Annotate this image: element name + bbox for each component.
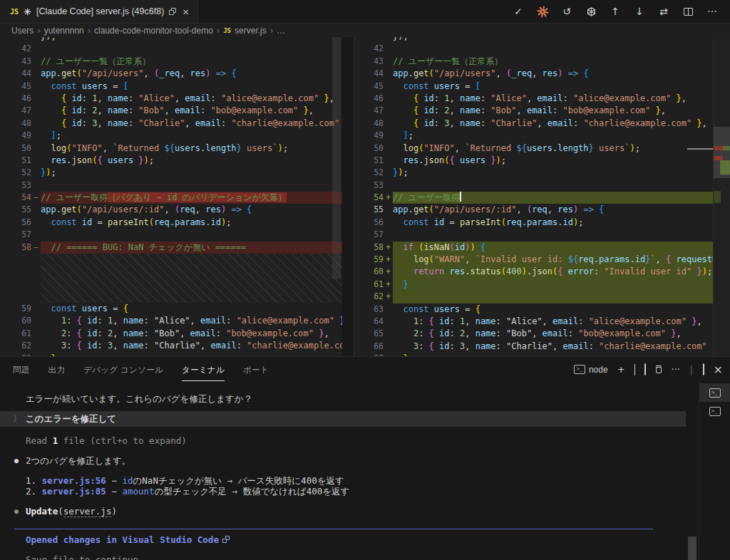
panel-more-button[interactable]: ··· [672, 364, 680, 375]
terminal-gap [0, 427, 686, 435]
code-line: 47 { id: 2, name: "Bob", email: "bob@exa… [0, 105, 342, 117]
arrow-up-icon[interactable]: ↑ [607, 4, 623, 19]
terminal-gap [0, 405, 686, 411]
code-line: 43// ユーザー一覧（正常系） [0, 56, 342, 68]
terminal-list: >_>_ [699, 382, 730, 560]
editor-tab[interactable]: JS [Claude Code] server.js (49c6f8) × [0, 0, 198, 23]
terminal-line: 1. server.js:56 − idのNaNチェックが無い → パース失敗時… [0, 475, 686, 486]
check-icon[interactable]: ✓ [510, 4, 526, 19]
code-line: }); [0, 37, 342, 43]
panel-tab-デバッグ コンソール[interactable]: デバッグ コンソール [83, 358, 163, 381]
terminal-list-item[interactable]: >_ [699, 383, 730, 402]
terminal-output[interactable]: エラーが続いています。これらのバグを修正しますか？〉このエラーを修正してRead… [0, 382, 686, 560]
code-line: 61 2: { id: 2, name: "Bob", email: "bob@… [0, 328, 342, 340]
code-line: 50 log("INFO", `Returned ${users.length}… [0, 142, 342, 155]
minimap-added-mark [720, 160, 730, 175]
code-line: 51 res.json({ users }); [354, 155, 713, 167]
vscode-window: JS [Claude Code] server.js (49c6f8) × ✓↺… [0, 0, 730, 560]
code-line: 53 [354, 180, 713, 192]
breadcrumb-separator: › [217, 25, 220, 36]
breadcrumb-item[interactable]: … [277, 26, 285, 36]
new-terminal-button[interactable]: + [617, 364, 625, 375]
minimap[interactable] [713, 37, 730, 356]
panel-actions: >_ node + ··· | × [574, 363, 723, 376]
code-line: 59 const users = { [0, 303, 342, 315]
split-terminal-button[interactable] [644, 364, 646, 375]
tab-title: [Claude Code] server.js (49c6f8) [36, 6, 164, 16]
diff-pane-divider [342, 37, 354, 356]
claude-burst-icon[interactable] [535, 4, 550, 19]
diff-editor[interactable]: });4243// ユーザー一覧（正常系）44app.get("/api/use… [0, 37, 730, 356]
openai-icon[interactable] [583, 4, 599, 19]
code-line: 60 1: { id: 1, name: "Alice", email: "al… [0, 315, 342, 327]
terminal-scrollbar-thumb[interactable] [688, 536, 696, 560]
arrow-down-icon[interactable]: ↓ [632, 4, 647, 19]
terminal-list-item[interactable]: >_ [699, 402, 730, 420]
diff-filler-row [0, 254, 342, 303]
code-line: }); [354, 37, 713, 43]
tab-close-icon[interactable]: × [182, 6, 189, 17]
active-terminal-label[interactable]: >_ node [574, 365, 608, 375]
panel-tabs: 問題出力デバッグ コンソールターミナルポート [13, 358, 269, 381]
terminal-line: ●Update(server.js) [0, 505, 686, 518]
code-line: 46 { id: 1, name: "Alice", email: "alice… [354, 93, 713, 105]
swap-icon[interactable]: ⇄ [656, 4, 672, 19]
prompt-chevron-icon: 〉 [13, 413, 22, 425]
diff-pane-original[interactable]: });4243// ユーザー一覧（正常系）44app.get("/api/use… [0, 37, 342, 356]
tab-bar: JS [Claude Code] server.js (49c6f8) × ✓↺… [0, 0, 730, 24]
panel-tab-問題[interactable]: 問題 [13, 358, 30, 381]
minimap-added-mark [723, 146, 730, 150]
code-line: 45 const users = [ [354, 81, 713, 93]
code-line: 56 const id = parseInt(req.params.id); [0, 217, 342, 229]
panel-tab-ターミナル[interactable]: ターミナル [182, 358, 225, 381]
open-changes-icon[interactable] [169, 8, 176, 15]
diff-pane-modified[interactable]: });4243// ユーザー一覧（正常系）44app.get("/api/use… [354, 37, 730, 356]
code-line: 60+ return res.status(400).json({ error:… [354, 266, 713, 278]
bullet-icon: ● [14, 455, 19, 467]
terminal-icon: >_ [574, 365, 585, 374]
bottom-panel: 問題出力デバッグ コンソールターミナルポート >_ node + ··· | ×… [0, 356, 730, 560]
code-line: 58+ if (isNaN(id)) { [354, 242, 713, 254]
code-line: 42 [0, 43, 342, 55]
breadcrumb-item[interactable]: yutennnnn [44, 26, 84, 36]
left-pane-scrollbar[interactable] [332, 37, 341, 279]
shell-name: node [589, 365, 608, 375]
code-line: 49 ]; [354, 130, 713, 142]
code-line: 55app.get("/api/users/:id", (req, res) =… [354, 204, 713, 216]
open-external-icon [222, 536, 230, 543]
breadcrumb-item[interactable]: Users [11, 26, 34, 36]
panel-tab-ポート[interactable]: ポート [243, 358, 269, 381]
terminal-dropdown-button[interactable] [634, 364, 635, 375]
terminal-gap [0, 497, 686, 505]
terminal-line: Opened changes in Visual Studio Code [0, 534, 686, 546]
panel-header: 問題出力デバッグ コンソールターミナルポート >_ node + ··· | × [0, 357, 730, 382]
terminal-scrollbar[interactable] [686, 382, 699, 560]
minimap-added-region [714, 191, 721, 203]
code-line: 57 [354, 229, 713, 241]
terminal-line: ●2つのバグを修正します。 [0, 455, 686, 467]
editor-actions: ✓↺↑↓⇄··· [510, 0, 730, 23]
code-line: 50 log("INFO", `Returned ${users.length}… [354, 142, 713, 155]
close-panel-button[interactable]: × [714, 363, 723, 376]
code-line: 49 ]; [0, 130, 342, 142]
code-line: 54+// ユーザー取得 [354, 192, 713, 204]
more-icon[interactable]: ··· [704, 4, 720, 19]
breadcrumb-item[interactable]: server.js [235, 26, 267, 36]
kill-terminal-button[interactable] [655, 365, 662, 374]
code-line: 58− // ====== BUG: NaN チェックが無い ====== [0, 242, 342, 254]
terminal-gap [0, 447, 686, 455]
panel-tab-出力[interactable]: 出力 [48, 358, 66, 381]
split-editor-icon[interactable] [680, 4, 696, 19]
undo-icon[interactable]: ↺ [559, 4, 575, 19]
code-line: 48 { id: 3, name: "Charlie", email: "cha… [354, 118, 713, 130]
terminal-icon: >_ [709, 388, 721, 398]
terminal-icon: >_ [709, 407, 721, 416]
code-line: 52}); [0, 167, 342, 179]
code-line: 54−// ユーザー取得（バグあり − id のバリデーションが欠落） [0, 192, 342, 204]
code-line: 45 const users = [ [0, 81, 342, 93]
js-file-icon: JS [223, 27, 231, 34]
code-line: 62 3: { id: 3, name: "Charlie", email: "… [0, 340, 342, 352]
terminal-line: Save file to continue… [0, 554, 686, 560]
maximize-panel-button[interactable] [703, 364, 704, 375]
breadcrumb-item[interactable]: claude-code-monitor-tool-demo [94, 26, 213, 36]
